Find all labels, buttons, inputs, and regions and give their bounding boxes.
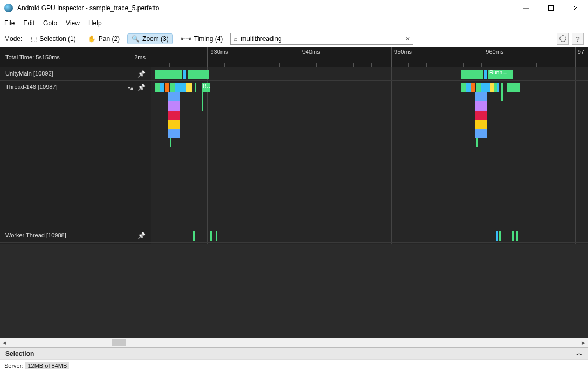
- menu-file[interactable]: File: [4, 19, 15, 27]
- trace-slice[interactable]: [475, 101, 487, 111]
- trace-slice[interactable]: [461, 83, 466, 92]
- maximize-icon: [548, 5, 554, 11]
- pin-icon[interactable]: 📌: [137, 84, 146, 91]
- trace-slice[interactable]: [165, 83, 169, 92]
- ruler-minor-tick: [316, 63, 317, 67]
- scrollbar-track[interactable]: [10, 338, 578, 347]
- toolbar: Mode: ⬚ Selection (1) ✋ Pan (2) 🔍 Zoom (…: [0, 30, 588, 47]
- trace-slice[interactable]: [155, 70, 182, 79]
- collapse-track-icon[interactable]: ▾▴: [128, 85, 133, 91]
- trace-slice[interactable]: [484, 70, 487, 79]
- trace-slice[interactable]: [461, 70, 483, 79]
- trace-slice[interactable]: [168, 111, 179, 120]
- menu-edit[interactable]: Edit: [23, 19, 34, 27]
- gridline: [575, 81, 576, 229]
- trace-slice[interactable]: [202, 92, 203, 101]
- trace-mark[interactable]: [193, 231, 195, 241]
- maximize-button[interactable]: [538, 0, 563, 16]
- ruler-major-label: 940ms: [302, 49, 320, 55]
- total-time-label: Total Time: 5s150ms: [5, 54, 60, 60]
- trace-slice[interactable]: [501, 83, 502, 92]
- trace-slice[interactable]: [501, 92, 502, 101]
- track-lane[interactable]: Runn…: [151, 67, 588, 80]
- trace-slice[interactable]: [168, 101, 179, 111]
- track-lane[interactable]: [151, 229, 588, 242]
- trace-slice[interactable]: [188, 70, 209, 79]
- trace-slice[interactable]: R…: [202, 83, 210, 92]
- trace-mark[interactable]: [499, 231, 501, 241]
- pin-icon[interactable]: 📌: [137, 70, 146, 78]
- trace-mark[interactable]: [516, 231, 518, 241]
- app-icon: [4, 4, 13, 12]
- trace-slice[interactable]: [475, 92, 487, 101]
- gridline: [575, 67, 576, 80]
- trace-slice[interactable]: [475, 111, 487, 120]
- horizontal-scrollbar[interactable]: ◄ ►: [0, 338, 588, 347]
- trace-slice[interactable]: [168, 120, 179, 129]
- trace-slice[interactable]: [481, 83, 490, 92]
- trace-slice[interactable]: [168, 129, 179, 138]
- mode-selection-button[interactable]: ⬚ Selection (1): [26, 33, 80, 44]
- mode-selection-label: Selection (1): [39, 35, 75, 43]
- trace-slice[interactable]: [195, 83, 196, 92]
- ruler-minor-tick: [224, 63, 225, 67]
- ruler-minor-tick: [353, 63, 354, 67]
- trace-slice[interactable]: [507, 83, 520, 92]
- trace-slice[interactable]: [202, 101, 203, 111]
- menu-view[interactable]: View: [66, 19, 80, 27]
- selection-panel-header[interactable]: Selection ︿: [0, 347, 588, 359]
- gridline: [207, 81, 208, 229]
- time-ruler[interactable]: 930ms940ms950ms960ms97: [151, 47, 588, 67]
- help-button[interactable]: ?: [572, 33, 584, 45]
- mode-pan-label: Pan (2): [99, 35, 120, 43]
- trace-slice[interactable]: Runn…: [488, 70, 513, 79]
- info-button[interactable]: ⓘ: [557, 33, 569, 45]
- trace-slice[interactable]: [475, 120, 487, 129]
- trace-slice[interactable]: [186, 83, 192, 92]
- trace-slice[interactable]: [494, 83, 497, 92]
- trace-mark[interactable]: [496, 231, 498, 241]
- trace-slice[interactable]: [476, 138, 478, 147]
- scroll-right-button[interactable]: ►: [578, 338, 588, 347]
- trace-slice[interactable]: [175, 83, 185, 92]
- trace-mark[interactable]: [210, 231, 212, 241]
- search-input[interactable]: [241, 35, 402, 43]
- trace-slice[interactable]: [490, 83, 494, 92]
- mode-zoom-button[interactable]: 🔍 Zoom (3): [127, 33, 173, 44]
- trace-slice[interactable]: [471, 83, 475, 92]
- trace-mark[interactable]: [512, 231, 514, 241]
- trace-slice[interactable]: [476, 83, 481, 92]
- track-lane[interactable]: R…: [151, 81, 588, 229]
- clear-search-button[interactable]: ×: [405, 35, 410, 43]
- track-header[interactable]: UnityMain [10892]📌: [0, 67, 151, 81]
- gridline: [391, 229, 392, 242]
- mode-timing-label: Timing (4): [194, 35, 223, 43]
- scrollbar-thumb[interactable]: [112, 339, 126, 346]
- mode-pan-button[interactable]: ✋ Pan (2): [84, 33, 124, 44]
- track-header[interactable]: Worker Thread [10988]📌: [0, 229, 151, 243]
- trace-slice[interactable]: [155, 83, 160, 92]
- trace-slice[interactable]: [466, 83, 471, 92]
- trace-mark[interactable]: [216, 231, 217, 241]
- menu-help[interactable]: Help: [88, 19, 102, 27]
- collapse-panel-icon[interactable]: ︿: [576, 349, 583, 358]
- search-field[interactable]: ⌕ ×: [230, 33, 413, 45]
- track-header[interactable]: Thread-146 [10987]▾▴📌: [0, 81, 151, 229]
- ruler-minor-tick: [169, 63, 170, 67]
- trace-slice[interactable]: [497, 83, 499, 92]
- tracks-container: UnityMain [10892]📌Runn…Thread-146 [10987…: [0, 67, 588, 256]
- trace-slice[interactable]: [160, 83, 164, 92]
- trace-slice[interactable]: [168, 92, 179, 101]
- trace-slice[interactable]: [170, 83, 175, 92]
- trace-slice[interactable]: [475, 129, 487, 138]
- mode-timing-button[interactable]: ⇤⇥ Timing (4): [176, 33, 227, 44]
- trace-slice[interactable]: [183, 70, 186, 79]
- menu-goto[interactable]: Goto: [43, 19, 57, 27]
- minimize-button[interactable]: [514, 0, 538, 16]
- close-button[interactable]: [563, 0, 588, 16]
- ruler-minor-tick: [463, 63, 464, 67]
- scroll-left-button[interactable]: ◄: [0, 338, 10, 347]
- trace-slice[interactable]: [170, 138, 171, 147]
- pin-icon[interactable]: 📌: [137, 232, 146, 239]
- track-name-label: Thread-146 [10987]: [5, 84, 58, 90]
